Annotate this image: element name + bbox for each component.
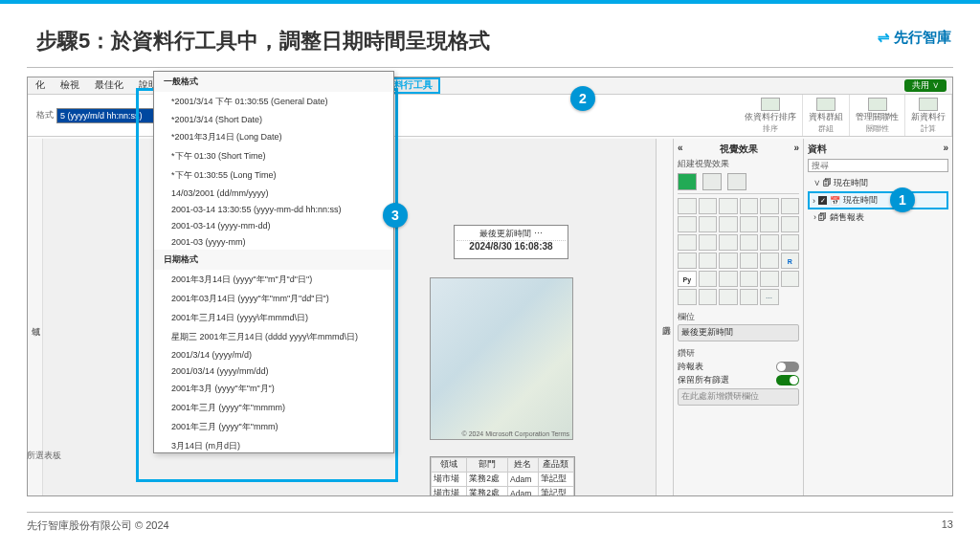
- tree-table[interactable]: › 🗐 銷售報表: [808, 209, 948, 226]
- viz-icon[interactable]: [719, 289, 738, 305]
- visualizations-pane: « 視覺效果 » 組建視覺效果 R Py ⋯ 欄位 最後更新時間 鑽研: [673, 139, 803, 495]
- format-option[interactable]: *2001/3/14 下午 01:30:55 (General Date): [154, 92, 393, 111]
- format-option[interactable]: 2001年三月 (yyyy"年"mmmm): [154, 398, 393, 417]
- viz-icon[interactable]: [719, 253, 738, 269]
- format-dropdown[interactable]: [56, 108, 167, 123]
- viz-icon[interactable]: [678, 253, 697, 269]
- viz-icon[interactable]: [699, 216, 718, 232]
- format-option[interactable]: *2001年3月14日 (Long Date): [154, 127, 393, 146]
- viz-icon[interactable]: [740, 253, 759, 269]
- domain-bar[interactable]: 領域: [28, 139, 43, 495]
- viz-icon[interactable]: [781, 216, 800, 232]
- slide-title: 步驟5：於資料行工具中，調整日期時間呈現格式: [36, 27, 490, 55]
- format-option[interactable]: 3月14日 (m月d日): [154, 436, 393, 453]
- viz-icon[interactable]: [760, 253, 779, 269]
- format-option[interactable]: 2001年03月14日 (yyyy"年"mm"月"dd"日"): [154, 289, 393, 308]
- tab-visualize[interactable]: 化: [28, 79, 53, 92]
- map-attribution: © 2024 Microsoft Corporation Terms: [462, 430, 569, 437]
- checkbox-icon: ✓: [818, 196, 827, 205]
- viz-icon[interactable]: ⋯: [760, 289, 779, 305]
- viz-icon[interactable]: [781, 234, 800, 251]
- format-option[interactable]: 2001年3月 (yyyy"年"m"月"): [154, 379, 393, 398]
- viz-icon[interactable]: [678, 234, 697, 251]
- map-title: 收入: [431, 277, 450, 279]
- viz-icon[interactable]: [781, 198, 800, 214]
- format-option[interactable]: 星期三 2001年三月14日 (dddd yyyy\年mmmd\日): [154, 327, 393, 346]
- data-pane: 資料» ∨ 🗐 現在時間 ›✓📅現在時間 › 🗐 銷售報表: [803, 139, 952, 495]
- cross-report-toggle[interactable]: [776, 362, 799, 372]
- share-button[interactable]: 共用 ∨: [904, 79, 947, 92]
- new-column-icon[interactable]: [919, 98, 938, 111]
- format-option[interactable]: 2001/03/14 (yyyy/mm/dd): [154, 363, 393, 379]
- viz-icon[interactable]: [781, 271, 800, 287]
- viz-icon[interactable]: [719, 271, 738, 287]
- format-label: 格式: [36, 110, 54, 121]
- viz-icon[interactable]: [699, 198, 718, 214]
- format-option[interactable]: 2001-03 (yyyy-mm): [154, 233, 393, 250]
- viz-icon-py[interactable]: Py: [678, 271, 697, 287]
- format-option[interactable]: *2001/3/14 (Short Date): [154, 111, 393, 127]
- group-icon[interactable]: [816, 98, 835, 111]
- viz-icon[interactable]: [719, 216, 738, 232]
- timestamp-card[interactable]: 最後更新時間 ⋯ 2024/8/30 16:08:38: [454, 225, 568, 259]
- keep-filters-toggle[interactable]: [776, 375, 799, 385]
- table-row: 場市場業務2處Adam筆記型: [432, 487, 574, 497]
- tree-table[interactable]: ∨ 🗐 現在時間: [808, 175, 948, 191]
- analytics-tab-icon[interactable]: [727, 173, 746, 190]
- viz-icon[interactable]: [760, 216, 779, 232]
- format-option[interactable]: 2001-03-14 (yyyy-mm-dd): [154, 217, 393, 233]
- marker-3: 3: [383, 203, 408, 228]
- viz-icon[interactable]: [699, 253, 718, 269]
- relationship-icon[interactable]: [868, 98, 887, 111]
- marker-1: 1: [890, 187, 915, 212]
- format-option[interactable]: *下午 01:30 (Short Time): [154, 146, 393, 165]
- tab-view[interactable]: 檢視: [53, 79, 87, 92]
- filter-pane-collapsed[interactable]: 篩選: [656, 139, 673, 495]
- sort-icon[interactable]: [761, 98, 780, 111]
- viz-icon[interactable]: [699, 289, 718, 305]
- viz-icon[interactable]: [740, 234, 759, 251]
- marker-2: 2: [570, 86, 595, 111]
- viz-icon[interactable]: [760, 271, 779, 287]
- field-well[interactable]: 最後更新時間: [678, 324, 799, 341]
- format-option[interactable]: 2001/3/14 (yyyy/m/d): [154, 346, 393, 363]
- table-visual[interactable]: 領域 部門 姓名 產品類 場市場業務2處Adam筆記型 場市場業務2處Adam筆…: [430, 456, 575, 496]
- tree-column-selected[interactable]: ›✓📅現在時間: [808, 191, 948, 209]
- format-option[interactable]: *下午 01:30:55 (Long Time): [154, 165, 393, 185]
- viz-icon[interactable]: [740, 271, 759, 287]
- viz-icon[interactable]: [740, 198, 759, 214]
- viz-icon[interactable]: R: [781, 253, 800, 269]
- drill-well[interactable]: 在此處新增鑽研欄位: [678, 388, 799, 406]
- format-option[interactable]: 14/03/2001 (dd/mm/yyyy): [154, 185, 393, 201]
- viz-icon[interactable]: [678, 198, 697, 214]
- table-row: 場市場業務2處Adam筆記型: [432, 473, 574, 487]
- format-option[interactable]: 2001年三月 (yyyy"年"mmm): [154, 417, 393, 436]
- viz-icon[interactable]: [760, 234, 779, 251]
- viz-icon[interactable]: [740, 216, 759, 232]
- map-visual[interactable]: 收入 © 2024 Microsoft Corporation Terms: [430, 277, 573, 440]
- viz-icon[interactable]: [699, 234, 718, 251]
- ts-title: 最後更新時間 ⋯: [457, 228, 566, 241]
- build-tab-icon[interactable]: [678, 173, 697, 190]
- brand-logo: 先行智庫: [878, 29, 951, 47]
- ts-value: 2024/8/30 16:08:38: [457, 241, 566, 252]
- viz-icon[interactable]: [760, 198, 779, 214]
- viz-icon[interactable]: [678, 289, 697, 305]
- format-option[interactable]: 2001年三月14日 (yyyy\年mmmd\日): [154, 308, 393, 327]
- format-dropdown-menu: 一般格式 *2001/3/14 下午 01:30:55 (General Dat…: [153, 71, 394, 453]
- viz-icon[interactable]: [678, 216, 697, 232]
- viz-icon[interactable]: [699, 271, 718, 287]
- viz-gallery: R Py ⋯: [678, 198, 799, 305]
- tab-optimize[interactable]: 最佳化: [87, 79, 131, 92]
- search-input[interactable]: [808, 159, 948, 172]
- format-option[interactable]: 2001年3月14日 (yyyy"年"m"月"d"日"): [154, 270, 393, 289]
- viz-icon[interactable]: [719, 234, 738, 251]
- footer-copyright: 先行智庫股份有限公司 © 2024: [27, 518, 169, 533]
- viz-icon[interactable]: [740, 289, 759, 305]
- format-option[interactable]: 2001-03-14 13:30:55 (yyyy-mm-dd hh:nn:ss…: [154, 201, 393, 217]
- format-tab-icon[interactable]: [702, 173, 722, 190]
- page-number: 13: [942, 518, 953, 533]
- viz-icon[interactable]: [719, 198, 738, 214]
